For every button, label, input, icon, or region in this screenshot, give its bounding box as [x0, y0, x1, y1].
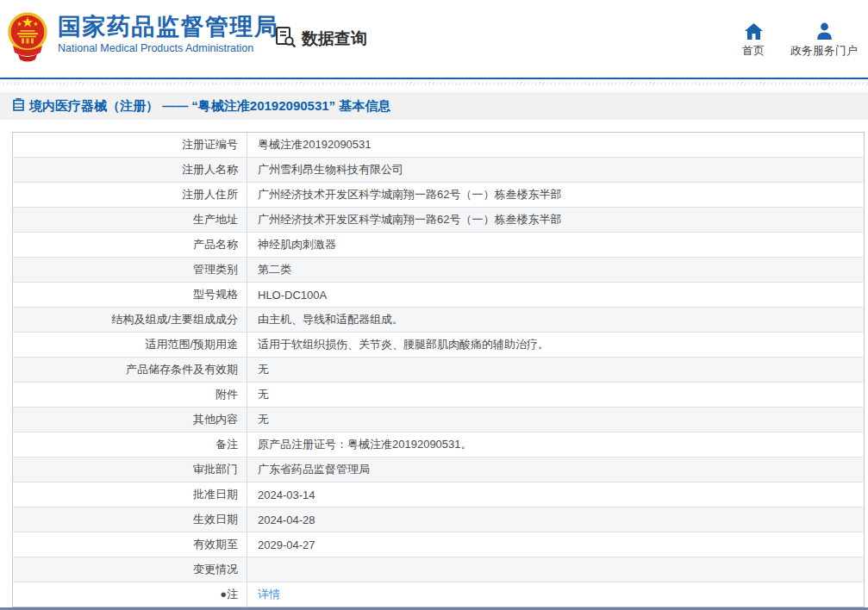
- row-label: 有效期至: [13, 532, 247, 557]
- table-row: 有效期至 2029-04-27: [13, 532, 865, 557]
- row-label: 产品储存条件及有效期: [13, 358, 247, 383]
- row-value: 2029-04-27: [247, 532, 865, 557]
- row-value: 原产品注册证号：粤械注准20192090531。: [247, 433, 865, 458]
- logo-text: 国家药品监督管理局 National Medical Products Admi…: [58, 13, 279, 54]
- table-row: 产品名称 神经肌肉刺激器: [13, 233, 865, 258]
- table-row: 其他内容 无: [13, 408, 865, 433]
- row-value: 适用于软组织损伤、关节炎、腰腿部肌肉酸痛的辅助治疗。: [247, 333, 865, 358]
- info-table-body: 注册证编号 粤械注准20192090531 注册人名称 广州雪利昂生物科技有限公…: [13, 133, 865, 607]
- table-row: 备注 原产品注册证号：粤械注准20192090531。: [13, 433, 865, 458]
- nav-home-label: 首页: [742, 43, 765, 59]
- row-value: 神经肌肉刺激器: [247, 233, 865, 258]
- row-label: 生效日期: [13, 507, 247, 532]
- user-icon: [815, 22, 834, 40]
- row-value: 粤械注准20192090531: [247, 133, 865, 158]
- home-icon: [745, 22, 763, 40]
- row-value: 无: [247, 408, 865, 433]
- row-label: 变更情况: [13, 557, 247, 582]
- site-header: 国家药品监督管理局 National Medical Products Admi…: [0, 0, 868, 78]
- table-row: 注册人住所 广州经济技术开发区科学城南翔一路62号（一）栋叁楼东半部: [13, 183, 865, 208]
- top-nav: 首页 政务服务门户: [742, 22, 858, 59]
- nav-home[interactable]: 首页: [742, 22, 765, 59]
- page-title: 境内医疗器械（注册） —— “粤械注准20192090531” 基本信息: [29, 98, 390, 115]
- row-label: 型号规格: [13, 283, 247, 308]
- table-row: 生产地址 广州经济技术开发区科学城南翔一路62号（一）栋叁楼东半部: [13, 208, 865, 233]
- data-query-label: 数据查询: [302, 28, 367, 50]
- row-label: 附件: [13, 383, 247, 408]
- row-label: 适用范围/预期用途: [13, 333, 247, 358]
- table-row: 批准日期 2024-03-14: [13, 482, 865, 507]
- table-row: 注册证编号 粤械注准20192090531: [13, 133, 865, 158]
- table-row: 附件 无: [13, 383, 865, 408]
- row-label: 结构及组成/主要组成成分: [13, 308, 247, 333]
- row-value: 详情: [247, 582, 865, 607]
- document-icon: [13, 98, 24, 114]
- row-value: HLO-DC100A: [247, 283, 865, 308]
- data-query-section[interactable]: 数据查询: [274, 25, 367, 53]
- row-label: 审批部门: [13, 458, 247, 482]
- table-row: 生效日期 2024-04-28: [13, 507, 865, 532]
- row-label: 注册证编号: [13, 133, 247, 158]
- row-value: 广州雪利昂生物科技有限公司: [247, 158, 865, 183]
- table-row: 审批部门 广东省药品监督管理局: [13, 458, 865, 482]
- row-label: 其他内容: [13, 408, 247, 433]
- row-value: 无: [247, 383, 865, 408]
- table-row: 型号规格 HLO-DC100A: [13, 283, 865, 308]
- row-value: 第二类: [247, 258, 865, 283]
- row-label: 批准日期: [13, 482, 247, 507]
- row-label: ●注: [13, 582, 247, 607]
- table-row: 适用范围/预期用途 适用于软组织损伤、关节炎、腰腿部肌肉酸痛的辅助治疗。: [13, 333, 865, 358]
- row-label: 生产地址: [13, 208, 247, 233]
- row-value: 2024-04-28: [247, 507, 865, 532]
- row-value: 2024-03-14: [247, 482, 865, 507]
- row-value: 无: [247, 358, 865, 383]
- table-row: 注册人名称 广州雪利昂生物科技有限公司: [13, 158, 865, 183]
- row-label: 备注: [13, 433, 247, 458]
- nav-gov-portal-label: 政务服务门户: [790, 43, 858, 59]
- details-link[interactable]: 详情: [258, 588, 280, 601]
- document-search-icon: [274, 25, 297, 53]
- table-row: 变更情况: [13, 557, 865, 582]
- row-value: 由主机、导线和适配器组成。: [247, 308, 865, 333]
- agency-subtitle: National Medical Products Administration: [58, 42, 279, 54]
- table-row: ●注 详情: [13, 582, 865, 607]
- national-emblem-logo: [6, 9, 49, 66]
- row-label: 管理类别: [13, 258, 247, 283]
- nav-gov-portal[interactable]: 政务服务门户: [790, 22, 858, 59]
- row-label: 注册人名称: [13, 158, 247, 183]
- row-value: 广州经济技术开发区科学城南翔一路62号（一）栋叁楼东半部: [247, 208, 865, 233]
- table-row: 结构及组成/主要组成成分 由主机、导线和适配器组成。: [13, 308, 865, 333]
- row-value: [247, 557, 865, 582]
- table-row: 产品储存条件及有效期 无: [13, 358, 865, 383]
- table-row: 管理类别 第二类: [13, 258, 865, 283]
- row-value: 广州经济技术开发区科学城南翔一路62号（一）栋叁楼东半部: [247, 183, 865, 208]
- row-label: 产品名称: [13, 233, 247, 258]
- row-label: 注册人住所: [13, 183, 247, 208]
- registration-info-table: 注册证编号 粤械注准20192090531 注册人名称 广州雪利昂生物科技有限公…: [12, 132, 865, 607]
- page-title-bar: 境内医疗器械（注册） —— “粤械注准20192090531” 基本信息: [0, 92, 868, 120]
- agency-title: 国家药品监督管理局: [58, 13, 279, 40]
- row-value: 广东省药品监督管理局: [247, 458, 865, 482]
